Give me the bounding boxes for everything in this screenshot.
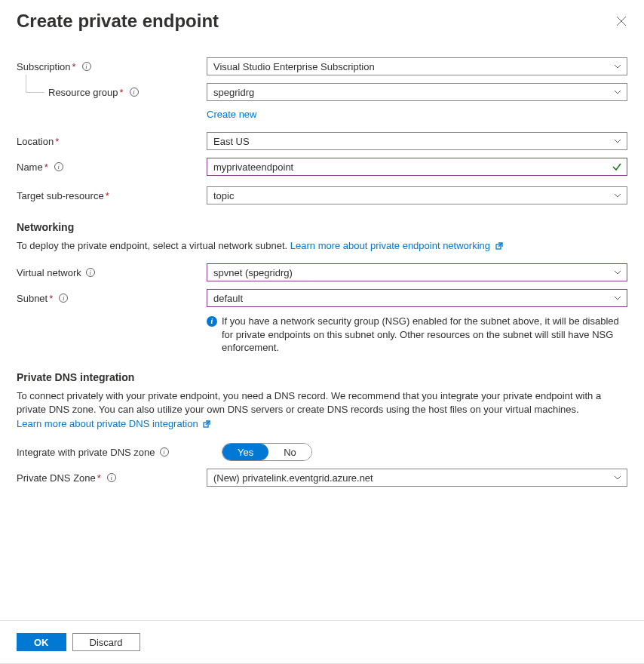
row-name: Name * myprivateendpoint bbox=[17, 158, 627, 176]
chevron-down-icon bbox=[613, 191, 622, 200]
info-icon[interactable] bbox=[130, 88, 139, 97]
required-indicator: * bbox=[106, 190, 109, 201]
nsg-note-text: If you have a network security group (NS… bbox=[222, 315, 627, 355]
external-link-icon bbox=[495, 240, 503, 247]
label-text-target-sub-resource: Target sub-resource bbox=[17, 190, 104, 201]
create-new-link[interactable]: Create new bbox=[207, 109, 256, 120]
ok-button[interactable]: OK bbox=[17, 633, 66, 651]
name-input[interactable]: myprivateendpoint bbox=[207, 158, 627, 176]
label-resource-group: Resource group * bbox=[17, 87, 207, 98]
required-indicator: * bbox=[97, 472, 101, 484]
learn-dns-link[interactable]: Learn more about private DNS integration bbox=[17, 418, 210, 429]
heading-dns: Private DNS integration bbox=[17, 371, 627, 383]
info-icon[interactable] bbox=[107, 473, 116, 482]
dns-intro: To connect privately with your private e… bbox=[17, 389, 627, 417]
label-target-sub-resource: Target sub-resource * bbox=[17, 190, 207, 201]
required-indicator: * bbox=[49, 293, 53, 304]
name-value: myprivateendpoint bbox=[213, 161, 293, 173]
dns-zone-value: (New) privatelink.eventgrid.azure.net bbox=[213, 472, 373, 484]
chevron-down-icon bbox=[613, 268, 622, 277]
chevron-down-icon bbox=[613, 137, 622, 146]
required-indicator: * bbox=[120, 87, 124, 98]
required-indicator: * bbox=[44, 161, 48, 173]
chevron-down-icon bbox=[613, 294, 622, 303]
row-subscription: Subscription * Visual Studio Enterprise … bbox=[17, 57, 627, 75]
integrate-toggle[interactable]: Yes No bbox=[222, 443, 312, 461]
label-location: Location * bbox=[17, 136, 207, 147]
discard-button[interactable]: Discard bbox=[72, 633, 140, 651]
toggle-yes[interactable]: Yes bbox=[222, 444, 268, 460]
label-text-name: Name bbox=[17, 161, 43, 173]
target-sub-resource-select[interactable]: topic bbox=[207, 186, 627, 204]
learn-networking-link[interactable]: Learn more about private endpoint networ… bbox=[290, 240, 503, 251]
label-text-dns-zone: Private DNS Zone bbox=[17, 472, 96, 484]
subnet-value: default bbox=[213, 293, 243, 304]
info-icon[interactable] bbox=[82, 62, 91, 71]
title-row: Create private endpoint bbox=[17, 11, 627, 32]
info-icon[interactable] bbox=[160, 447, 169, 456]
toggle-no[interactable]: No bbox=[268, 444, 311, 460]
subnet-select[interactable]: default bbox=[207, 289, 627, 307]
resource-group-select[interactable]: spegridrg bbox=[207, 83, 627, 101]
label-name: Name * bbox=[17, 161, 207, 173]
label-text-virtual-network: Virtual network bbox=[17, 267, 81, 278]
label-dns-zone: Private DNS Zone * bbox=[17, 472, 207, 484]
location-value: East US bbox=[213, 136, 250, 147]
virtual-network-value: spvnet (spegridrg) bbox=[213, 267, 293, 278]
label-text-subscription: Subscription bbox=[17, 61, 71, 72]
label-integrate: Integrate with private DNS zone bbox=[17, 447, 222, 458]
external-link-icon bbox=[203, 419, 210, 426]
networking-intro: To deploy the private endpoint, select a… bbox=[17, 239, 627, 253]
resource-group-value: spegridrg bbox=[213, 87, 254, 98]
info-icon[interactable] bbox=[86, 268, 95, 277]
chevron-down-icon bbox=[613, 473, 622, 482]
row-target-sub-resource: Target sub-resource * topic bbox=[17, 186, 627, 204]
subscription-value: Visual Studio Enterprise Subscription bbox=[213, 61, 375, 72]
virtual-network-select[interactable]: spvnet (spegridrg) bbox=[207, 263, 627, 281]
info-icon[interactable] bbox=[54, 162, 63, 171]
row-virtual-network: Virtual network spvnet (spegridrg) bbox=[17, 263, 627, 281]
label-text-location: Location bbox=[17, 136, 54, 147]
create-new-row: Create new bbox=[17, 109, 627, 120]
row-subnet: Subnet * default bbox=[17, 289, 627, 307]
chevron-down-icon bbox=[613, 88, 622, 97]
row-resource-group: Resource group * spegridrg bbox=[17, 83, 627, 101]
learn-networking-text: Learn more about private endpoint networ… bbox=[290, 240, 490, 251]
label-subscription: Subscription * bbox=[17, 61, 207, 72]
footer: OK Discard bbox=[0, 620, 644, 663]
label-text-integrate: Integrate with private DNS zone bbox=[17, 447, 155, 458]
required-indicator: * bbox=[72, 61, 76, 72]
row-dns-zone: Private DNS Zone * (New) privatelink.eve… bbox=[17, 469, 627, 487]
learn-dns-text: Learn more about private DNS integration bbox=[17, 418, 198, 429]
label-text-resource-group: Resource group bbox=[48, 87, 118, 98]
info-solid-icon: i bbox=[207, 316, 217, 327]
dns-zone-select[interactable]: (New) privatelink.eventgrid.azure.net bbox=[207, 469, 627, 487]
subscription-select[interactable]: Visual Studio Enterprise Subscription bbox=[207, 57, 627, 75]
panel-title: Create private endpoint bbox=[17, 11, 219, 32]
required-indicator: * bbox=[55, 136, 59, 147]
heading-networking: Networking bbox=[17, 221, 627, 233]
row-location: Location * East US bbox=[17, 132, 627, 150]
indent-connector bbox=[26, 75, 44, 93]
info-icon[interactable] bbox=[59, 294, 68, 303]
label-text-subnet: Subnet bbox=[17, 293, 48, 304]
nsg-note: i If you have a network security group (… bbox=[17, 315, 627, 355]
check-icon bbox=[612, 161, 622, 172]
create-private-endpoint-panel: Create private endpoint Subscription * V… bbox=[0, 0, 644, 664]
networking-intro-text: To deploy the private endpoint, select a… bbox=[17, 240, 290, 251]
row-integrate-toggle: Integrate with private DNS zone Yes No bbox=[17, 443, 627, 461]
location-select[interactable]: East US bbox=[207, 132, 627, 150]
chevron-down-icon bbox=[613, 62, 622, 71]
close-icon[interactable] bbox=[615, 15, 627, 27]
target-sub-resource-value: topic bbox=[213, 190, 234, 201]
label-subnet: Subnet * bbox=[17, 293, 207, 304]
label-virtual-network: Virtual network bbox=[17, 267, 207, 278]
